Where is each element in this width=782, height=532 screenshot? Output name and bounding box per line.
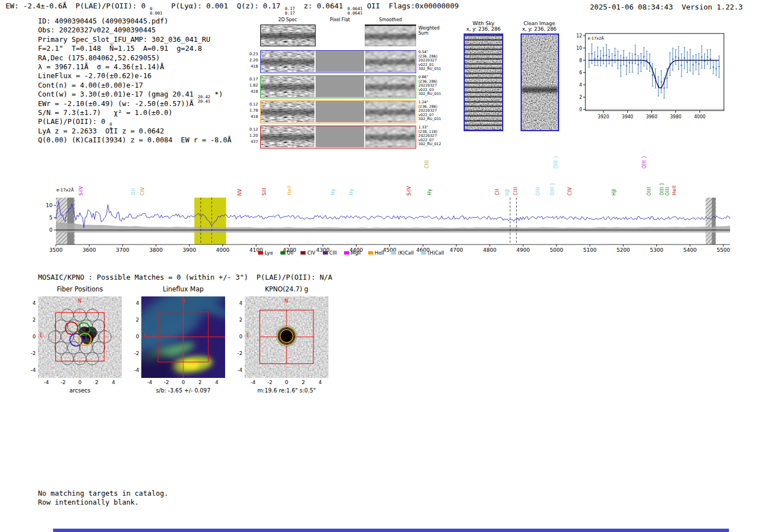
line-label: HeII (287, 185, 292, 195)
info-line: P(LAE)/P(OII): 0 00 (38, 117, 231, 126)
x-tick-label: 4700 (450, 247, 463, 253)
text-run: EW: -2.4±-0.6Å P(LAE)/P(OII): 0 (6, 2, 150, 10)
spec2d-row-right-labels: 0.86"(236, 286)20220327v022_03302_RU_031 (418, 75, 452, 97)
legend-swatch (301, 251, 306, 255)
data-point (701, 56, 703, 58)
x-tick-label: 5500 (717, 247, 730, 253)
left-label: 418 (244, 64, 258, 70)
cutout-x-tick-label: 4 (315, 380, 325, 385)
left-label: 418 (244, 89, 258, 95)
data-point (629, 62, 631, 64)
line-label: OIII (647, 187, 652, 195)
cutout-y-tick-label: 2 (232, 317, 242, 323)
masked-band-solid (67, 198, 74, 245)
left-label: 1.82 (244, 83, 258, 89)
right-label: 302_RU_031 (418, 117, 452, 122)
kpno-overlay-svg (245, 296, 328, 378)
line-label: OIII ] (660, 183, 665, 195)
y-tick-label: 12 (576, 33, 582, 39)
data-point (646, 60, 648, 61)
info-line: Cont(w) = 3.30(±0.01)e-17 (gmag 20.41 20… (38, 90, 231, 99)
y-tick-label: 4 (579, 83, 582, 88)
line-label: Hβ (505, 189, 510, 195)
spectrum-svg: 3500360037003800390040004100420043004400… (39, 192, 732, 258)
text-run: RA,Dec (175.804062,52.629055) (38, 54, 160, 62)
y-tick-label: 10 (576, 46, 582, 51)
dark-streak-overlay (365, 101, 415, 122)
cutout-y-tick-label: 2 (26, 317, 36, 323)
data-point (620, 65, 622, 67)
line-label: OIII (536, 187, 541, 195)
spec2d-row-smoothed (365, 51, 415, 72)
data-point (597, 56, 599, 57)
highlight-band (194, 198, 226, 245)
data-point (698, 63, 700, 65)
noise-texture (522, 35, 558, 130)
dark-streak-overlay (365, 126, 415, 147)
x-tick-label: 4900 (516, 247, 530, 253)
x-tick-label: 3700 (116, 247, 129, 253)
y-tick-label: 6 (579, 70, 582, 75)
x-tick-label: 5400 (683, 247, 697, 253)
y-tick-label: 8 (579, 58, 582, 63)
line-label: CIII (513, 187, 518, 195)
kpno-image-panel: NE (245, 296, 328, 378)
line-label: CIII (425, 160, 430, 169)
cutout-x-tick-label: -4 (145, 380, 155, 385)
spec2d-row-right-labels: 0.54"(236, 286)20220327v022_01302_RU_031 (418, 50, 452, 71)
stack-bottom: 20.41 (198, 99, 211, 104)
text-run: Primary Spec_Slot_IFU_AMP: 302_036_041_R… (38, 35, 211, 44)
y-tick-label: 2 (579, 95, 582, 100)
spec2d-weighted-smoothed (365, 25, 416, 46)
east-label: E (40, 332, 43, 338)
y-tick-label: 0 (49, 227, 53, 233)
spec2d-weighted-2dspec (260, 25, 316, 46)
cutout-title-flux: Lineflux Map (141, 285, 225, 293)
data-point (675, 56, 676, 58)
info-line: ID: 4090390445 (4090390445.pdf) (38, 17, 231, 26)
cutout-x-tick-label: 2 (298, 380, 308, 385)
dark-streak-overlay (261, 101, 314, 122)
stacked-value: 20.4220.41 (198, 95, 211, 103)
right-label: 302_RU_031 (418, 67, 452, 71)
cutout-xlabel-flux: s/b: -3.65 +/- 0.097 (130, 387, 236, 394)
spec2d-row (260, 50, 416, 73)
x-tick-label: 3960 (646, 114, 657, 119)
spectrum-legend: LyαOIICIVCIIIMgIIHeII(K)CaII(H)CaII (258, 250, 444, 256)
footer-line: Row intentionally blank. (38, 498, 168, 507)
spec2d-row-right-labels: 1.33"(238, 118)20220327v022_07302_RU_012 (418, 126, 452, 147)
dark-streak-overlay (365, 26, 416, 46)
y-tick-label: 0 (579, 107, 582, 112)
legend-item: HeII (368, 250, 384, 256)
data-point (716, 68, 717, 70)
fiber-circle (93, 342, 105, 354)
right-label: 302_RU_012 (418, 142, 452, 147)
x-tick-label: 4800 (483, 247, 497, 253)
cutout-y-tick-label: 2 (129, 317, 139, 323)
cutout-xlabel-fiber: arcsecs (27, 387, 133, 394)
left-label: 1.78 (244, 108, 258, 114)
line-label: Hγ (427, 189, 432, 195)
spec2d-row (260, 126, 416, 148)
line-label: OIII } (554, 155, 559, 169)
info-line: λ = 3967.11Å σ = 4.36(±1.14)Å (38, 63, 231, 71)
spec2d-row-pixelflat (316, 76, 364, 97)
source-blob (275, 325, 298, 347)
fiber-circle (55, 342, 67, 354)
withsky-title: With Sky (462, 21, 504, 26)
info-line: Cont(n) = 4.00(±0.00)e-17 (38, 81, 231, 90)
cutout-x-tick-label: 0 (75, 380, 85, 385)
x-tick-label: 5300 (650, 247, 663, 253)
info-line: Obs: 20220327v022_4090390445 (38, 26, 231, 35)
spec2d-row-left-labels: 0.121.78418 (244, 102, 258, 120)
data-point (605, 55, 607, 56)
cutout-y-tick-label: -4 (129, 367, 139, 373)
masked-band-solid (712, 198, 716, 245)
text-run: P(Lyα): 0.001 Q(z): 0.17 (163, 2, 285, 10)
cutout-y-tick-label: 0 (232, 334, 242, 339)
dark-streak-overlay (261, 25, 315, 46)
gaussian-fit-line (589, 60, 719, 88)
line-label: OIII (665, 187, 670, 195)
right-label: 302_RU_031 (418, 92, 452, 97)
data-point (623, 57, 624, 59)
